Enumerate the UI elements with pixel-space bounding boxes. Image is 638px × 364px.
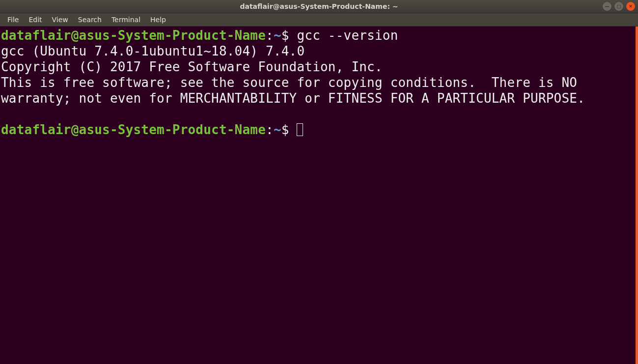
close-icon: ✕: [629, 4, 633, 9]
prompt-symbol: $: [281, 28, 297, 43]
menu-file[interactable]: File: [3, 14, 23, 25]
window-titlebar: dataflair@asus-System-Product-Name: ~ — …: [0, 0, 638, 13]
minimize-button[interactable]: —: [603, 2, 611, 11]
prompt-sep: :: [266, 28, 274, 43]
prompt-path: ~: [274, 122, 281, 137]
menu-help[interactable]: Help: [146, 14, 170, 25]
cursor-icon: [297, 123, 303, 136]
prompt-path: ~: [274, 28, 281, 43]
menu-view[interactable]: View: [48, 14, 73, 25]
prompt-sep: :: [266, 122, 274, 137]
menu-edit[interactable]: Edit: [24, 14, 46, 25]
window-title: dataflair@asus-System-Product-Name: ~: [0, 2, 638, 10]
menubar: File Edit View Search Terminal Help: [0, 13, 638, 27]
menu-search[interactable]: Search: [74, 14, 106, 25]
prompt-user-host: dataflair@asus-System-Product-Name: [1, 122, 266, 137]
maximize-icon: □: [617, 4, 621, 9]
command-text: gcc --version: [297, 28, 398, 43]
prompt-user-host: dataflair@asus-System-Product-Name: [1, 28, 266, 43]
minimize-icon: —: [605, 4, 610, 9]
window-controls: — □ ✕: [603, 2, 635, 11]
output-line: gcc (Ubuntu 7.4.0-1ubuntu1~18.04) 7.4.0: [1, 44, 305, 58]
menu-terminal[interactable]: Terminal: [107, 14, 145, 25]
output-line: warranty; not even for MERCHANTABILITY o…: [1, 91, 585, 106]
terminal-area[interactable]: dataflair@asus-System-Product-Name:~$ gc…: [0, 27, 638, 364]
maximize-button[interactable]: □: [614, 2, 623, 11]
output-line: Copyright (C) 2017 Free Software Foundat…: [1, 59, 383, 74]
close-button[interactable]: ✕: [626, 2, 635, 11]
prompt-symbol: $: [281, 122, 297, 137]
output-line: This is free software; see the source fo…: [1, 75, 577, 90]
